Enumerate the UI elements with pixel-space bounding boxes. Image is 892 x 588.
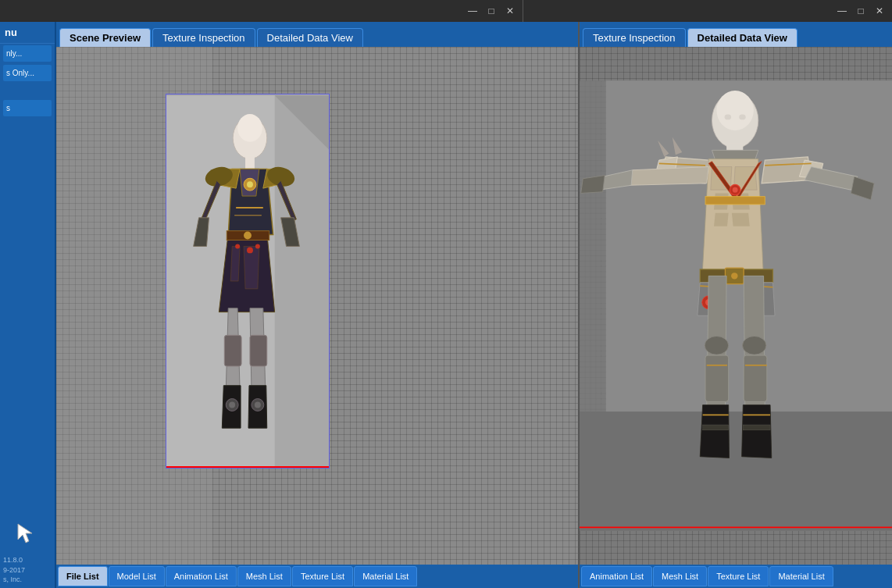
female-char-box [166,94,330,469]
svg-point-12 [244,232,252,240]
win-controls-right: — □ ✕ [836,5,892,16]
bottom-tab-animation-list-right[interactable]: Animation List [581,566,652,586]
svg-point-17 [229,402,235,408]
sidebar-btn-3[interactable]: s [3,100,52,116]
tab-scene-preview[interactable]: Scene Preview [59,28,151,47]
svg-point-40 [705,336,729,355]
svg-rect-44 [703,425,729,430]
bottom-tab-mesh-list-right[interactable]: Mesh List [653,566,707,586]
minimize-btn-right[interactable]: — [836,5,848,16]
panel-left: Scene Preview Texture Inspection Detaile… [56,22,580,588]
tab-bar-right: Texture Inspection Detailed Data View [580,22,892,47]
svg-point-37 [731,273,737,279]
svg-point-30 [739,115,745,120]
bottom-tab-texture-list[interactable]: Texture List [292,566,353,586]
panels-container: Scene Preview Texture Inspection Detaile… [56,22,892,588]
title-bars-row: — □ ✕ — □ ✕ [0,0,892,22]
svg-point-19 [247,247,253,253]
svg-point-34 [733,187,738,193]
svg-point-29 [725,115,731,120]
sidebar: nu nly... s Only... s 11.8.0 9-2017 s, I… [0,22,56,588]
svg-point-28 [716,91,753,130]
win-controls-left: — □ ✕ [466,5,523,16]
viewport-left [56,47,578,565]
char-box-bottom-border [166,466,329,468]
sidebar-menu-label: nu [0,22,55,44]
maximize-btn-left[interactable]: □ [485,5,498,16]
svg-rect-42 [705,355,729,401]
svg-point-18 [255,402,261,408]
svg-rect-45 [743,425,770,430]
svg-rect-13 [224,335,241,366]
tab-bar-left: Scene Preview Texture Inspection Detaile… [56,22,578,47]
svg-rect-32 [705,197,765,205]
svg-point-5 [237,114,262,142]
bottom-tab-bar-right: Animation List Mesh List Texture List Ma… [580,565,892,588]
tab-texture-inspection-left[interactable]: Texture Inspection [152,28,255,47]
main-container: nu nly... s Only... s 11.8.0 9-2017 s, I… [0,22,892,588]
svg-point-10 [247,181,253,187]
cursor-icon [12,518,43,549]
sidebar-btn-2[interactable]: s Only... [3,65,52,81]
svg-rect-43 [744,355,767,401]
close-btn-right[interactable]: ✕ [873,5,886,16]
sidebar-btn-1[interactable]: nly... [3,45,52,62]
title-bar-left: — □ ✕ [0,0,523,22]
bottom-tab-bar-left: File List Model List Animation List Mesh… [56,565,578,588]
minimize-btn-left[interactable]: — [466,5,479,16]
maximize-btn-right[interactable]: □ [855,5,867,16]
tab-detailed-data-left[interactable]: Detailed Data View [257,28,363,47]
svg-point-20 [235,244,240,248]
svg-point-21 [255,244,260,248]
bottom-tab-texture-list-right[interactable]: Texture List [708,566,769,586]
svg-marker-26 [580,412,892,531]
svg-rect-14 [250,335,267,366]
bottom-tab-material-list-right[interactable]: Material List [769,566,833,586]
viewport-right [580,47,892,565]
sidebar-version-info: 11.8.0 9-2017 s, Inc. [0,552,55,588]
bottom-tab-material-list[interactable]: Material List [354,566,417,586]
female-character-svg [166,94,329,468]
bottom-tab-file-list[interactable]: File List [58,566,108,586]
female-char-inner [166,94,329,468]
bottom-tab-mesh-list[interactable]: Mesh List [237,566,291,586]
tab-detailed-data-right[interactable]: Detailed Data View [687,28,797,47]
svg-rect-6 [245,156,255,170]
svg-point-41 [742,336,766,355]
tab-texture-inspection-right[interactable]: Texture Inspection [583,28,686,47]
panel-right: Texture Inspection Detailed Data View [580,22,892,588]
close-btn-left[interactable]: ✕ [504,5,516,16]
bottom-tab-model-list[interactable]: Model List [109,566,165,586]
title-bar-right: — □ ✕ [523,0,892,22]
bottom-tab-animation-list[interactable]: Animation List [166,566,237,586]
male-character-svg [580,47,892,565]
svg-marker-0 [18,524,32,543]
